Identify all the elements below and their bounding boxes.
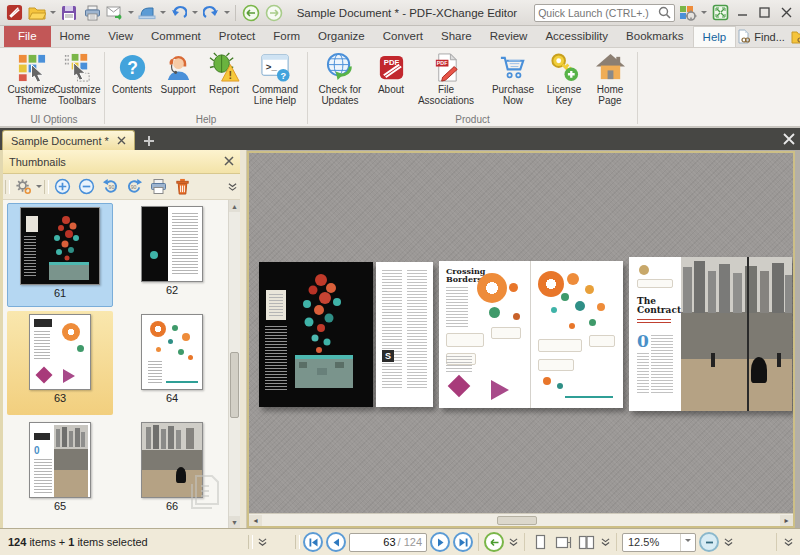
scroll-up-arrow[interactable]: ▲ xyxy=(229,200,240,212)
email-button[interactable] xyxy=(105,3,125,23)
tab-accessibility[interactable]: Accessibility xyxy=(536,26,617,47)
contents-button[interactable]: ? Contents xyxy=(109,51,155,95)
document-canvas[interactable]: S Crossing Borders xyxy=(249,153,793,513)
tab-form[interactable]: Form xyxy=(264,26,309,47)
print-button[interactable] xyxy=(82,3,102,23)
page-spread-crossing-borders[interactable]: Crossing Borders xyxy=(439,261,623,408)
maximize-button[interactable] xyxy=(755,3,774,23)
close-document-button[interactable] xyxy=(778,130,800,148)
quick-launch-box[interactable] xyxy=(534,4,675,22)
panes-chevron[interactable] xyxy=(782,534,794,550)
toolbar-grip[interactable] xyxy=(5,180,10,194)
tab-share[interactable]: Share xyxy=(432,26,481,47)
report-button[interactable]: ! Report xyxy=(201,51,247,95)
thumbnail-item-62[interactable]: 62 xyxy=(119,203,225,307)
minimize-button[interactable] xyxy=(733,3,752,23)
delete-pages-button[interactable] xyxy=(171,177,193,197)
flatten-dropdown-caret[interactable] xyxy=(160,11,166,17)
zoom-options-chevron[interactable] xyxy=(722,534,734,550)
check-for-updates-button[interactable]: Check for Updates xyxy=(312,51,368,106)
scrollbar-thumb[interactable] xyxy=(230,352,239,418)
zoom-in-thumbnails-button[interactable] xyxy=(51,177,73,197)
about-button[interactable]: PDF About xyxy=(368,51,414,95)
fullscreen-button[interactable] xyxy=(710,3,730,23)
scroll-right-arrow[interactable]: ▸ xyxy=(780,515,793,526)
undo-button[interactable] xyxy=(169,3,189,23)
close-panel-button[interactable] xyxy=(224,156,234,168)
thumbnail-item-64[interactable]: 64 xyxy=(119,311,225,415)
document-tab-active[interactable]: Sample Document * xyxy=(2,130,135,150)
redo-dropdown-caret[interactable] xyxy=(224,11,230,17)
ui-options-dropdown-caret[interactable] xyxy=(701,11,707,17)
undo-dropdown-caret[interactable] xyxy=(192,11,198,17)
next-view-button[interactable] xyxy=(264,3,284,23)
ui-options-button[interactable] xyxy=(678,3,698,23)
page-text[interactable]: S xyxy=(376,262,433,407)
scrollbar-thumb[interactable] xyxy=(497,516,537,525)
tab-comment[interactable]: Comment xyxy=(142,26,210,47)
tab-organize[interactable]: Organize xyxy=(309,26,374,47)
zoom-level-select[interactable]: 12.5% xyxy=(622,533,696,552)
tab-file[interactable]: File xyxy=(4,26,51,47)
previous-view-button[interactable] xyxy=(241,3,261,23)
tab-convert[interactable]: Convert xyxy=(374,26,432,47)
tab-protect[interactable]: Protect xyxy=(210,26,264,47)
rotate-cw-button[interactable]: 90 xyxy=(123,177,145,197)
page-spread-the-contract[interactable]: The Contract 0 xyxy=(629,257,792,411)
options-dropdown-caret[interactable] xyxy=(36,185,42,191)
tab-bookmarks[interactable]: Bookmarks xyxy=(617,26,693,47)
license-key-button[interactable]: License Key xyxy=(541,51,587,106)
thumbnail-item-63[interactable]: 63 xyxy=(7,311,113,415)
thumbnail-item-65[interactable]: 0 65 xyxy=(7,419,113,523)
home-page-button[interactable]: Home Page xyxy=(587,51,633,106)
two-page-view-button[interactable] xyxy=(576,532,596,552)
first-page-button[interactable] xyxy=(303,532,323,552)
file-associations-button[interactable]: PDF File Associations xyxy=(414,51,478,106)
view-history-chevron[interactable] xyxy=(507,534,519,550)
new-tab-button[interactable] xyxy=(139,132,159,150)
tab-home[interactable]: Home xyxy=(51,26,100,47)
page-spread-dark[interactable] xyxy=(259,262,373,407)
zoom-out-thumbnails-button[interactable] xyxy=(75,177,97,197)
document-tab-close-icon[interactable] xyxy=(117,136,126,145)
flatten-button[interactable] xyxy=(137,3,157,23)
print-thumbnails-button[interactable] xyxy=(147,177,169,197)
customize-toolbars-button[interactable]: Customize Toolbars xyxy=(54,51,100,106)
last-page-button[interactable] xyxy=(453,532,473,552)
save-button[interactable] xyxy=(59,3,79,23)
previous-view-button[interactable] xyxy=(484,532,504,552)
rotate-ccw-button[interactable]: 90 xyxy=(99,177,121,197)
expand-toolbar-chevron[interactable] xyxy=(256,534,268,550)
next-page-button[interactable] xyxy=(430,532,450,552)
single-page-view-button[interactable] xyxy=(530,532,550,552)
tab-review[interactable]: Review xyxy=(481,26,537,47)
email-dropdown-caret[interactable] xyxy=(128,11,134,17)
customize-theme-button[interactable]: Customize Theme xyxy=(8,51,54,106)
zoom-out-button[interactable] xyxy=(699,532,719,552)
zoom-dropdown-caret[interactable] xyxy=(680,534,695,551)
app-menu-button[interactable] xyxy=(4,3,24,23)
fit-page-view-button[interactable] xyxy=(553,532,573,552)
support-button[interactable]: Support xyxy=(155,51,201,95)
tab-help[interactable]: Help xyxy=(693,26,737,47)
open-button[interactable] xyxy=(27,3,47,23)
purchase-now-button[interactable]: Purchase Now xyxy=(485,51,541,106)
previous-page-button[interactable] xyxy=(326,532,346,552)
horizontal-scrollbar[interactable]: ◂ ▸ xyxy=(249,513,793,526)
thumbnail-item-61[interactable]: 61 xyxy=(7,203,113,307)
tab-view[interactable]: View xyxy=(99,26,142,47)
close-window-button[interactable] xyxy=(777,3,796,23)
quick-launch-input[interactable] xyxy=(538,7,658,19)
command-line-help-button[interactable]: >_? Command Line Help xyxy=(247,51,303,106)
scroll-down-arrow[interactable]: ▼ xyxy=(229,516,240,528)
panel-splitter[interactable] xyxy=(240,150,247,528)
search-button[interactable]: Search... xyxy=(791,30,800,44)
more-tools-chevron[interactable] xyxy=(226,179,238,195)
thumbnails-scrollbar[interactable]: ▲ ▼ xyxy=(228,200,240,528)
page-number-input[interactable]: 63 / 124 xyxy=(349,533,427,552)
redo-button[interactable] xyxy=(201,3,221,23)
thumbnail-options-button[interactable] xyxy=(12,177,34,197)
scroll-left-arrow[interactable]: ◂ xyxy=(249,515,262,526)
find-button[interactable]: Find... xyxy=(736,29,785,44)
layout-options-chevron[interactable] xyxy=(599,534,611,550)
